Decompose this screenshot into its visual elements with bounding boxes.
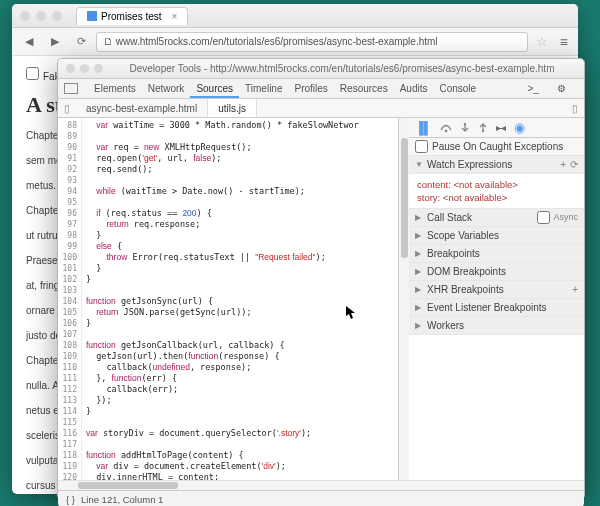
forward-button[interactable]: ▶ <box>44 33 66 51</box>
line-gutter: 88 89 90 91 92 93 94 95 96 97 98 99 100 … <box>58 118 82 480</box>
step-over-icon[interactable] <box>440 123 452 133</box>
devtools-tabitem[interactable]: Sources <box>190 83 239 98</box>
status-bar: { } Line 121, Column 1 <box>58 490 584 506</box>
panel-section[interactable]: ▶Workers <box>409 317 584 335</box>
devtools-tabitem[interactable]: Console <box>433 83 482 94</box>
add-icon[interactable]: + <box>572 284 578 295</box>
refresh-watch-icon[interactable]: ⟳ <box>570 159 578 170</box>
favicon <box>87 11 97 21</box>
debug-toolbar: ▐▌ ▸◂ ◉ <box>409 118 584 138</box>
step-into-icon[interactable] <box>460 123 470 133</box>
browser-toolbar: ◀ ▶ ⟳ 🗋 www.html5rocks.com/en/tutorials/… <box>12 28 578 56</box>
devtools-tabitem[interactable]: Resources <box>334 83 394 94</box>
close-dot[interactable] <box>66 64 75 73</box>
panel-section[interactable]: ▶Breakpoints <box>409 245 584 263</box>
devtools-tabitem[interactable]: Timeline <box>239 83 288 94</box>
source-code: var waitTime = 3000 * Math.random() * fa… <box>82 118 398 480</box>
reload-button[interactable]: ⟳ <box>70 33 92 51</box>
settings-icon[interactable]: ⚙ <box>551 83 572 94</box>
debug-panel: ▐▌ ▸◂ ◉ Pause On Caught Exceptions ▼Watc… <box>409 118 584 480</box>
panel-section[interactable]: ▶Event Listener Breakpoints <box>409 299 584 317</box>
devtools-title: Developer Tools - http://www.html5rocks.… <box>108 63 576 74</box>
brackets-icon[interactable]: { } <box>66 494 75 505</box>
panel-section[interactable]: ▶XHR Breakpoints+ <box>409 281 584 299</box>
pause-button[interactable]: ▐▌ <box>415 121 432 135</box>
devtools-window: Developer Tools - http://www.html5rocks.… <box>57 58 585 500</box>
url-input[interactable]: 🗋 www.html5rocks.com/en/tutorials/es6/pr… <box>96 32 528 52</box>
pause-exceptions-icon[interactable]: ◉ <box>514 120 525 135</box>
devtools-tabitem[interactable]: Audits <box>394 83 434 94</box>
panel-section[interactable]: ▶Scope Variables <box>409 227 584 245</box>
async-checkbox[interactable]: Async <box>537 211 578 224</box>
bookmark-icon[interactable]: ☆ <box>536 34 548 49</box>
svg-point-1 <box>464 123 466 125</box>
back-button[interactable]: ◀ <box>18 33 40 51</box>
max-dot[interactable] <box>52 11 62 21</box>
tab-title: Promises test <box>101 11 162 22</box>
console-toggle-icon[interactable]: >_ <box>522 83 545 94</box>
scrollbar-vertical[interactable] <box>399 118 409 480</box>
callstack-header[interactable]: ▶Call StackAsync <box>409 209 584 227</box>
devtools-tabitem[interactable]: Profiles <box>288 83 333 94</box>
drawer-icon[interactable]: ▯ <box>566 103 584 114</box>
file-tabs: ▯ async-best-example.html utils.js ▯ <box>58 99 584 118</box>
svg-point-0 <box>445 129 448 132</box>
file-tab[interactable]: utils.js <box>208 99 257 117</box>
panel-section[interactable]: ▶DOM Breakpoints <box>409 263 584 281</box>
devtools-titlebar: Developer Tools - http://www.html5rocks.… <box>58 59 584 79</box>
inspect-icon[interactable] <box>64 83 78 94</box>
deactivate-breakpoints-icon[interactable]: ▸◂ <box>496 122 506 133</box>
file-tab[interactable]: async-best-example.html <box>76 99 208 117</box>
min-dot[interactable] <box>80 64 89 73</box>
max-dot[interactable] <box>94 64 103 73</box>
browser-tab[interactable]: Promises test × <box>76 7 188 25</box>
devtools-tabitem[interactable]: Elements <box>88 83 142 94</box>
close-tab-icon[interactable]: × <box>172 11 178 22</box>
svg-point-2 <box>482 129 484 131</box>
pause-exceptions-row[interactable]: Pause On Caught Exceptions <box>409 138 584 156</box>
scrollbar-horizontal[interactable] <box>58 480 584 490</box>
min-dot[interactable] <box>36 11 46 21</box>
cursor-position: Line 121, Column 1 <box>81 494 163 505</box>
close-dot[interactable] <box>20 11 30 21</box>
devtools-tabitem[interactable]: Network <box>142 83 191 94</box>
menu-icon[interactable]: ≡ <box>556 34 572 50</box>
navigator-icon[interactable]: ▯ <box>58 103 76 114</box>
step-out-icon[interactable] <box>478 123 488 133</box>
browser-titlebar: Promises test × <box>12 4 578 28</box>
watch-body: content: <not available> story: <not ava… <box>409 174 584 209</box>
devtools-tabs: ElementsNetworkSourcesTimelineProfilesRe… <box>58 79 584 99</box>
code-editor[interactable]: 88 89 90 91 92 93 94 95 96 97 98 99 100 … <box>58 118 399 480</box>
watch-header[interactable]: ▼Watch Expressions+⟳ <box>409 156 584 174</box>
add-watch-icon[interactable]: + <box>560 159 566 170</box>
